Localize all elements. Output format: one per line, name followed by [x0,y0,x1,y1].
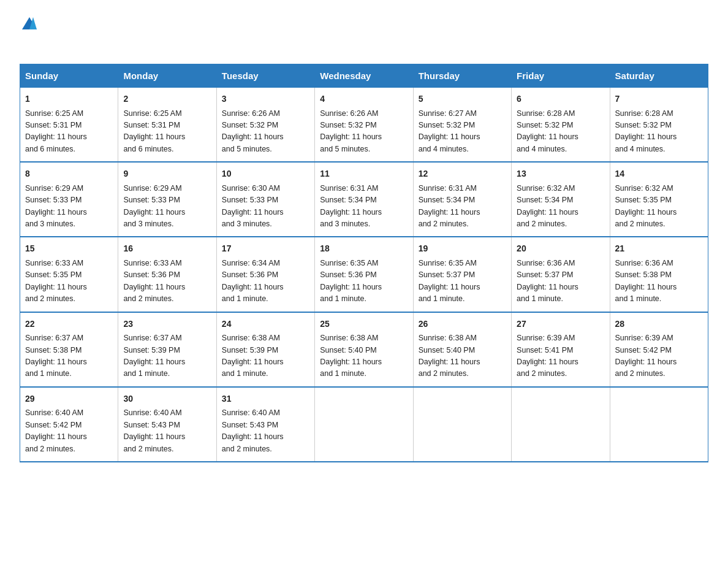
day-info: Sunrise: 6:28 AMSunset: 5:32 PMDaylight:… [615,109,677,153]
column-header-saturday: Saturday [610,64,708,88]
day-info: Sunrise: 6:33 AMSunset: 5:35 PMDaylight:… [25,259,87,303]
calendar-cell: 24Sunrise: 6:38 AMSunset: 5:39 PMDayligh… [216,312,314,387]
day-info: Sunrise: 6:39 AMSunset: 5:42 PMDaylight:… [615,334,677,378]
calendar-cell: 4Sunrise: 6:26 AMSunset: 5:32 PMDaylight… [315,88,413,163]
day-info: Sunrise: 6:38 AMSunset: 5:40 PMDaylight:… [320,334,382,378]
day-number: 5 [419,93,506,106]
day-info: Sunrise: 6:33 AMSunset: 5:36 PMDaylight:… [123,259,185,303]
calendar-cell: 31Sunrise: 6:40 AMSunset: 5:43 PMDayligh… [216,387,314,462]
day-info: Sunrise: 6:25 AMSunset: 5:31 PMDaylight:… [25,109,87,153]
calendar-header-row: SundayMondayTuesdayWednesdayThursdayFrid… [20,64,708,88]
day-number: 25 [320,318,408,331]
calendar-cell: 8Sunrise: 6:29 AMSunset: 5:33 PMDaylight… [20,162,118,237]
calendar-cell: 29Sunrise: 6:40 AMSunset: 5:42 PMDayligh… [20,387,118,462]
day-number: 2 [123,93,211,106]
column-header-tuesday: Tuesday [216,64,314,88]
calendar-cell: 14Sunrise: 6:32 AMSunset: 5:35 PMDayligh… [610,162,708,237]
logo [20,15,38,52]
day-number: 24 [222,318,309,331]
calendar-cell: 30Sunrise: 6:40 AMSunset: 5:43 PMDayligh… [118,387,216,462]
day-info: Sunrise: 6:29 AMSunset: 5:33 PMDaylight:… [25,184,87,228]
day-number: 16 [123,242,211,256]
day-number: 22 [25,318,113,331]
calendar-cell: 3Sunrise: 6:26 AMSunset: 5:32 PMDaylight… [216,88,314,163]
day-info: Sunrise: 6:31 AMSunset: 5:34 PMDaylight:… [320,184,382,228]
day-info: Sunrise: 6:32 AMSunset: 5:35 PMDaylight:… [615,184,677,228]
day-info: Sunrise: 6:36 AMSunset: 5:38 PMDaylight:… [615,259,677,303]
day-number: 18 [320,242,408,256]
calendar-cell: 19Sunrise: 6:35 AMSunset: 5:37 PMDayligh… [413,237,511,312]
column-header-wednesday: Wednesday [315,64,413,88]
calendar-cell [512,387,610,462]
calendar-cell: 10Sunrise: 6:30 AMSunset: 5:33 PMDayligh… [216,162,314,237]
calendar-week-row: 22Sunrise: 6:37 AMSunset: 5:38 PMDayligh… [20,312,708,387]
day-number: 13 [517,167,604,181]
day-number: 4 [320,93,408,106]
calendar-cell: 7Sunrise: 6:28 AMSunset: 5:32 PMDaylight… [610,88,708,163]
column-header-friday: Friday [512,64,610,88]
calendar-week-row: 8Sunrise: 6:29 AMSunset: 5:33 PMDaylight… [20,162,708,237]
calendar-cell: 21Sunrise: 6:36 AMSunset: 5:38 PMDayligh… [610,237,708,312]
day-info: Sunrise: 6:38 AMSunset: 5:39 PMDaylight:… [222,334,284,378]
day-info: Sunrise: 6:37 AMSunset: 5:39 PMDaylight:… [123,334,185,378]
day-number: 31 [222,393,309,406]
day-info: Sunrise: 6:31 AMSunset: 5:34 PMDaylight:… [419,184,480,228]
calendar-cell: 5Sunrise: 6:27 AMSunset: 5:32 PMDaylight… [413,88,511,163]
calendar-cell: 25Sunrise: 6:38 AMSunset: 5:40 PMDayligh… [315,312,413,387]
day-number: 30 [123,393,211,406]
page-header [20,15,708,52]
column-header-thursday: Thursday [413,64,511,88]
day-number: 11 [320,167,408,181]
day-info: Sunrise: 6:26 AMSunset: 5:32 PMDaylight:… [222,109,284,153]
day-number: 14 [615,167,703,181]
day-number: 19 [419,242,506,256]
calendar-cell [610,387,708,462]
calendar-cell: 20Sunrise: 6:36 AMSunset: 5:37 PMDayligh… [512,237,610,312]
calendar-cell: 15Sunrise: 6:33 AMSunset: 5:35 PMDayligh… [20,237,118,312]
day-number: 23 [123,318,211,331]
calendar-cell: 23Sunrise: 6:37 AMSunset: 5:39 PMDayligh… [118,312,216,387]
day-info: Sunrise: 6:35 AMSunset: 5:37 PMDaylight:… [419,259,480,303]
day-number: 15 [25,242,113,256]
day-info: Sunrise: 6:37 AMSunset: 5:38 PMDaylight:… [25,334,87,378]
calendar-cell: 22Sunrise: 6:37 AMSunset: 5:38 PMDayligh… [20,312,118,387]
day-number: 29 [25,393,113,406]
column-header-monday: Monday [118,64,216,88]
day-info: Sunrise: 6:40 AMSunset: 5:43 PMDaylight:… [222,408,284,453]
calendar-cell: 13Sunrise: 6:32 AMSunset: 5:34 PMDayligh… [512,162,610,237]
calendar-cell: 6Sunrise: 6:28 AMSunset: 5:32 PMDaylight… [512,88,610,163]
day-info: Sunrise: 6:39 AMSunset: 5:41 PMDaylight:… [517,334,578,378]
calendar-cell: 17Sunrise: 6:34 AMSunset: 5:36 PMDayligh… [216,237,314,312]
column-header-sunday: Sunday [20,64,118,88]
calendar-cell: 9Sunrise: 6:29 AMSunset: 5:33 PMDaylight… [118,162,216,237]
day-info: Sunrise: 6:25 AMSunset: 5:31 PMDaylight:… [123,109,185,153]
day-info: Sunrise: 6:30 AMSunset: 5:33 PMDaylight:… [222,184,284,228]
day-number: 28 [615,318,703,331]
calendar-cell [315,387,413,462]
day-info: Sunrise: 6:27 AMSunset: 5:32 PMDaylight:… [419,109,480,153]
calendar-week-row: 15Sunrise: 6:33 AMSunset: 5:35 PMDayligh… [20,237,708,312]
calendar-cell: 11Sunrise: 6:31 AMSunset: 5:34 PMDayligh… [315,162,413,237]
day-number: 1 [25,93,113,106]
day-number: 21 [615,242,703,256]
day-number: 20 [517,242,604,256]
calendar-table: SundayMondayTuesdayWednesdayThursdayFrid… [20,64,708,462]
logo-icon [21,15,38,32]
day-number: 10 [222,167,309,181]
day-info: Sunrise: 6:28 AMSunset: 5:32 PMDaylight:… [517,109,578,153]
day-number: 6 [517,93,604,106]
day-number: 26 [419,318,506,331]
day-info: Sunrise: 6:36 AMSunset: 5:37 PMDaylight:… [517,259,578,303]
day-info: Sunrise: 6:26 AMSunset: 5:32 PMDaylight:… [320,109,382,153]
day-number: 9 [123,167,211,181]
day-info: Sunrise: 6:34 AMSunset: 5:36 PMDaylight:… [222,259,284,303]
calendar-cell: 12Sunrise: 6:31 AMSunset: 5:34 PMDayligh… [413,162,511,237]
day-info: Sunrise: 6:35 AMSunset: 5:36 PMDaylight:… [320,259,382,303]
calendar-cell [413,387,511,462]
day-number: 8 [25,167,113,181]
calendar-week-row: 29Sunrise: 6:40 AMSunset: 5:42 PMDayligh… [20,387,708,462]
day-number: 7 [615,93,703,106]
day-number: 27 [517,318,604,331]
calendar-week-row: 1Sunrise: 6:25 AMSunset: 5:31 PMDaylight… [20,88,708,163]
calendar-cell: 27Sunrise: 6:39 AMSunset: 5:41 PMDayligh… [512,312,610,387]
